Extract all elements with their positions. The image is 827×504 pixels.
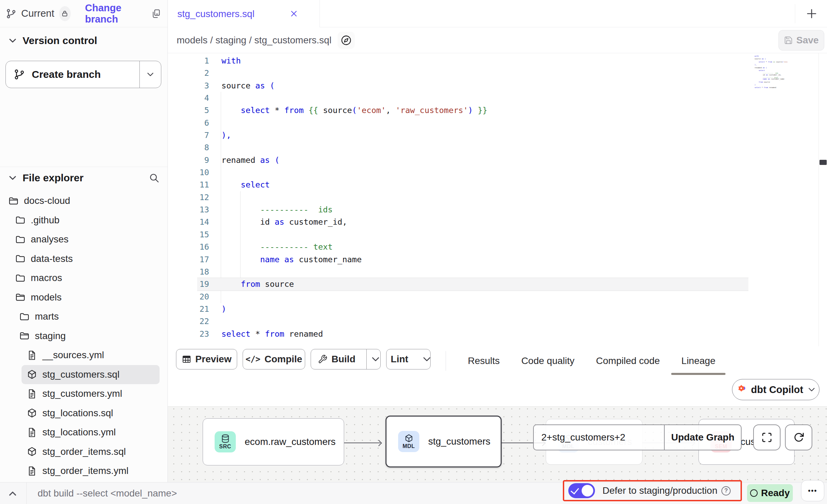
status-circle-icon <box>750 489 758 497</box>
tab-lineage[interactable]: Lineage <box>681 355 716 366</box>
folder-icon <box>15 234 26 245</box>
code-line[interactable]: 4 <box>168 92 487 104</box>
save-label: Save <box>796 35 818 46</box>
code-line[interactable]: 15 <box>168 228 487 241</box>
create-branch-dropdown[interactable] <box>140 61 161 88</box>
command-input[interactable]: dbt build --select <model_name> <box>38 482 177 504</box>
breadcrumb-part[interactable]: staging <box>216 35 246 46</box>
fullscreen-button[interactable] <box>753 424 781 450</box>
code-line[interactable]: 1with <box>168 55 487 67</box>
lineage-node-ecom-raw-customers[interactable]: SRCecom.raw_customers <box>203 418 344 465</box>
file-tree-item[interactable]: models <box>0 288 168 307</box>
version-control-section-header[interactable]: Version control <box>8 35 97 46</box>
file-tree-item[interactable]: stg_order_items.yml <box>0 461 168 481</box>
tab-label: stg_customers.sql <box>177 9 255 19</box>
help-icon[interactable]: ? <box>721 486 731 495</box>
file-tree-item[interactable]: docs-cloud <box>0 191 168 211</box>
code-line[interactable]: 19 from source <box>168 278 487 290</box>
breadcrumb-part[interactable]: stg_customers.sql <box>254 35 331 46</box>
new-tab-button[interactable] <box>804 6 819 21</box>
file-tree-item-label: macros <box>31 272 62 283</box>
file-tree-item-label: stg_order_items.yml <box>42 465 128 476</box>
code-line[interactable]: 3source as ( <box>168 80 487 92</box>
build-dropdown[interactable] <box>371 349 380 369</box>
file-tree-item[interactable]: stg_locations.sql <box>0 404 168 423</box>
lint-dropdown[interactable] <box>422 349 432 369</box>
code-line[interactable]: 20 <box>168 291 487 303</box>
compass-icon[interactable] <box>338 32 355 49</box>
file-tree-item-label: __sources.yml <box>42 350 104 361</box>
code-line[interactable]: 16 ---------- text <box>168 241 487 253</box>
search-icon[interactable] <box>149 172 160 183</box>
lint-button[interactable]: Lint <box>386 349 431 369</box>
tab-compiled-code[interactable]: Compiled code <box>596 355 660 366</box>
lineage-selector-input[interactable]: 2+stg_customers+2 <box>534 425 664 450</box>
code-line[interactable]: 7), <box>168 129 487 141</box>
file-tree-item[interactable]: __sources.yml <box>0 346 168 365</box>
file-tree-item[interactable]: stg_customers.sql <box>22 365 160 384</box>
lineage-node-stg-customers[interactable]: MDLstg_customers <box>385 416 502 467</box>
file-tree-item[interactable]: macros <box>0 268 168 288</box>
folder-icon <box>15 273 26 283</box>
minimap[interactable]: with source as ( select * from {{ source… <box>742 55 787 88</box>
file-tree-item[interactable]: stg_locations.yml <box>0 423 168 442</box>
file-tree-item[interactable]: analyses <box>0 230 168 249</box>
compile-button[interactable]: </> Compile <box>243 349 305 369</box>
file-explorer-section-header[interactable]: File explorer <box>8 172 160 184</box>
file-tree-item[interactable]: stg_order_items.sql <box>0 442 168 462</box>
file-tree-item[interactable]: .github <box>0 211 168 230</box>
code-line[interactable]: 21) <box>168 303 487 315</box>
file-tree-item[interactable]: marts <box>0 307 168 326</box>
folder-icon <box>19 311 30 322</box>
code-line[interactable]: 23select * from renamed <box>168 328 487 340</box>
lineage-canvas[interactable]: SRCecom.raw_customersMDLstg_customersMDL… <box>168 406 827 482</box>
code-line[interactable]: 13 ---------- ids <box>168 204 487 216</box>
code-editor[interactable]: 1with2 3source as (4 5 select * from {{ … <box>168 53 827 346</box>
breadcrumb-separator: / <box>246 35 254 46</box>
code-line[interactable]: 8 <box>168 141 487 154</box>
chevron-up-icon[interactable] <box>8 489 18 499</box>
code-line[interactable]: 18 <box>168 266 487 278</box>
file-tree-item-label: staging <box>35 331 66 341</box>
folder-open-icon <box>15 292 26 303</box>
tab-code-quality[interactable]: Code quality <box>521 355 574 366</box>
copy-icon[interactable] <box>151 9 161 19</box>
code-line[interactable]: 10 <box>168 166 487 179</box>
status-badge: Ready <box>747 484 793 502</box>
file-tree-item[interactable]: data-tests <box>0 249 168 269</box>
code-lines[interactable]: 1with2 3source as (4 5 select * from {{ … <box>168 55 487 340</box>
file-tree-item[interactable]: stg_customers.yml <box>0 384 168 404</box>
tab-results[interactable]: Results <box>468 355 500 366</box>
code-line[interactable]: 22 <box>168 315 487 327</box>
code-line[interactable]: 17 name as customer_name <box>168 253 487 266</box>
lineage-node-label: stg_customers <box>428 436 490 447</box>
fullscreen-icon <box>761 432 773 443</box>
line-number: 2 <box>168 67 209 79</box>
more-options-button[interactable]: ••• <box>801 480 824 501</box>
breadcrumb-part[interactable]: models <box>177 35 207 46</box>
defer-toggle[interactable] <box>568 483 595 498</box>
create-branch-button[interactable]: Create branch <box>5 61 161 88</box>
folder-open-icon <box>19 331 30 341</box>
refresh-button[interactable] <box>785 424 812 450</box>
change-branch-link[interactable]: Change branch <box>85 2 141 25</box>
code-line[interactable]: 5 select * from {{ source('ecom', 'raw_c… <box>168 104 487 116</box>
copilot-row: dbt Copilot <box>168 376 827 406</box>
save-button[interactable]: Save <box>778 30 824 51</box>
code-line[interactable]: 9renamed as ( <box>168 154 487 166</box>
close-icon[interactable] <box>289 9 299 18</box>
code-line[interactable]: 12 <box>168 191 487 204</box>
scrollbar-thumb[interactable] <box>819 160 827 165</box>
tab-stg-customers-sql[interactable]: stg_customers.sql <box>168 0 320 28</box>
update-graph-button[interactable]: Update Graph <box>665 425 741 450</box>
code-line[interactable]: 2 <box>168 67 487 79</box>
code-line[interactable]: 6 <box>168 117 487 129</box>
wrench-icon <box>318 354 327 364</box>
code-line[interactable]: 11 select <box>168 179 487 191</box>
preview-button[interactable]: Preview <box>176 349 237 369</box>
code-line[interactable]: select * from renamed <box>742 87 787 88</box>
code-line[interactable]: 14 id as customer_id, <box>168 216 487 228</box>
dbt-copilot-button[interactable]: dbt Copilot <box>732 379 819 400</box>
file-tree-item[interactable]: staging <box>0 326 168 346</box>
build-button[interactable]: Build <box>311 349 381 369</box>
